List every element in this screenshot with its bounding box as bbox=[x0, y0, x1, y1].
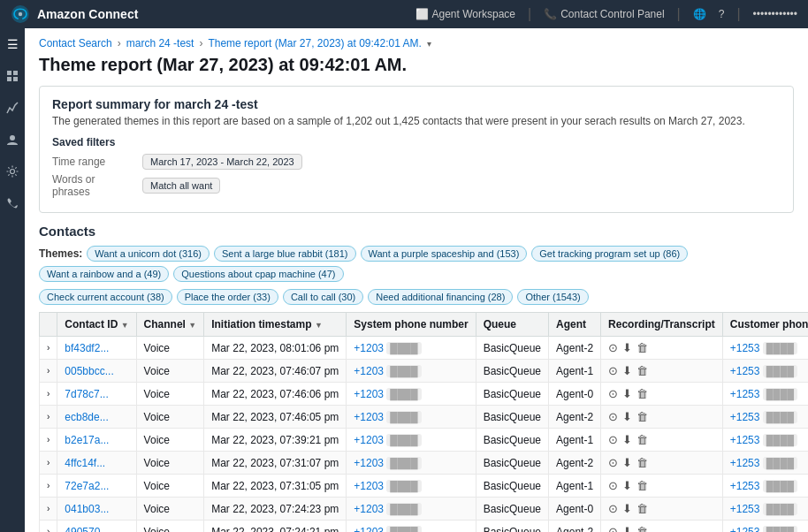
row-contact-id-4[interactable]: b2e17a... bbox=[57, 429, 136, 452]
user-menu[interactable]: •••••••••••• bbox=[753, 8, 797, 20]
theme-tag-2[interactable]: Want a purple spaceship and (153) bbox=[361, 246, 528, 262]
theme-tag-4[interactable]: Want a rainbow and a (49) bbox=[39, 266, 169, 282]
col-channel[interactable]: Channel ▼ bbox=[136, 313, 204, 337]
row-phone-6[interactable]: +1203 ████ bbox=[347, 475, 476, 498]
delete-icon[interactable]: 🗑 bbox=[636, 525, 648, 532]
row-expand-3[interactable]: › bbox=[40, 406, 57, 429]
sidebar-icon-settings[interactable] bbox=[4, 163, 21, 180]
download-icon[interactable]: ⬇ bbox=[622, 410, 632, 423]
col-queue[interactable]: Queue bbox=[476, 313, 548, 337]
row-recording-4[interactable]: ⊙⬇🗑 bbox=[601, 429, 723, 452]
row-recording-2[interactable]: ⊙⬇🗑 bbox=[601, 383, 723, 406]
row-expand-1[interactable]: › bbox=[40, 360, 57, 383]
svg-rect-2 bbox=[7, 71, 11, 75]
row-phone-7[interactable]: +1203 ████ bbox=[347, 498, 476, 521]
breadcrumb-contact-search[interactable]: Contact Search bbox=[39, 37, 112, 49]
play-icon[interactable]: ⊙ bbox=[608, 341, 618, 354]
row-recording-6[interactable]: ⊙⬇🗑 bbox=[601, 475, 723, 498]
row-expand-2[interactable]: › bbox=[40, 383, 57, 406]
download-icon[interactable]: ⬇ bbox=[622, 525, 632, 532]
delete-icon[interactable]: 🗑 bbox=[636, 410, 648, 423]
help-btn[interactable]: ? bbox=[719, 8, 725, 20]
col-contact-id[interactable]: Contact ID ▼ bbox=[57, 313, 136, 337]
row-timestamp-4: Mar 22, 2023, 07:39:21 pm bbox=[204, 429, 347, 452]
theme-tag-5[interactable]: Questions about cpap machine (47) bbox=[173, 266, 343, 282]
theme-tag-10[interactable]: Other (1543) bbox=[517, 289, 588, 305]
row-contact-id-7[interactable]: 041b03... bbox=[57, 498, 136, 521]
row-phone-0[interactable]: +1203 ████ bbox=[347, 337, 476, 360]
col-system-phone[interactable]: System phone number bbox=[347, 313, 476, 337]
row-recording-5[interactable]: ⊙⬇🗑 bbox=[601, 452, 723, 475]
play-icon[interactable]: ⊙ bbox=[608, 364, 618, 377]
row-phone-8[interactable]: +1203 ████ bbox=[347, 521, 476, 533]
row-contact-id-1[interactable]: 005bbcc... bbox=[57, 360, 136, 383]
delete-icon[interactable]: 🗑 bbox=[636, 433, 648, 446]
sidebar-icon-menu[interactable]: ☰ bbox=[4, 35, 21, 53]
play-icon[interactable]: ⊙ bbox=[608, 433, 618, 446]
agent-workspace-btn[interactable]: ⬜ Agent Workspace bbox=[415, 8, 516, 20]
row-queue-7: BasicQueue bbox=[476, 498, 548, 521]
row-phone-3[interactable]: +1203 ████ bbox=[347, 406, 476, 429]
row-recording-0[interactable]: ⊙⬇🗑 bbox=[601, 337, 723, 360]
row-phone-1[interactable]: +1203 ████ bbox=[347, 360, 476, 383]
row-phone-2[interactable]: +1203 ████ bbox=[347, 383, 476, 406]
play-icon[interactable]: ⊙ bbox=[608, 410, 618, 423]
delete-icon[interactable]: 🗑 bbox=[636, 387, 648, 400]
row-recording-1[interactable]: ⊙⬇🗑 bbox=[601, 360, 723, 383]
breadcrumb-current[interactable]: Theme report (Mar 27, 2023) at 09:42:01 … bbox=[208, 37, 421, 49]
row-contact-id-6[interactable]: 72e7a2... bbox=[57, 475, 136, 498]
row-phone-5[interactable]: +1203 ████ bbox=[347, 452, 476, 475]
row-expand-6[interactable]: › bbox=[40, 475, 57, 498]
delete-icon[interactable]: 🗑 bbox=[636, 479, 648, 492]
delete-icon[interactable]: 🗑 bbox=[636, 364, 648, 377]
download-icon[interactable]: ⬇ bbox=[622, 387, 632, 400]
globe-btn[interactable]: 🌐 bbox=[693, 8, 706, 20]
row-channel-8: Voice bbox=[136, 521, 204, 533]
download-icon[interactable]: ⬇ bbox=[622, 364, 632, 377]
row-contact-id-2[interactable]: 7d78c7... bbox=[57, 383, 136, 406]
breadcrumb-march24[interactable]: march 24 -test bbox=[126, 37, 194, 49]
row-contact-id-0[interactable]: bf43df2... bbox=[57, 337, 136, 360]
row-recording-8[interactable]: ⊙⬇🗑 bbox=[601, 521, 723, 533]
download-icon[interactable]: ⬇ bbox=[622, 502, 632, 515]
row-recording-7[interactable]: ⊙⬇🗑 bbox=[601, 498, 723, 521]
row-expand-7[interactable]: › bbox=[40, 498, 57, 521]
row-expand-8[interactable]: › bbox=[40, 521, 57, 533]
row-expand-4[interactable]: › bbox=[40, 429, 57, 452]
col-agent[interactable]: Agent bbox=[549, 313, 601, 337]
delete-icon[interactable]: 🗑 bbox=[636, 456, 648, 469]
row-contact-id-8[interactable]: 490570... bbox=[57, 521, 136, 533]
row-recording-3[interactable]: ⊙⬇🗑 bbox=[601, 406, 723, 429]
row-expand-5[interactable]: › bbox=[40, 452, 57, 475]
row-phone-4[interactable]: +1203 ████ bbox=[347, 429, 476, 452]
download-icon[interactable]: ⬇ bbox=[622, 456, 632, 469]
play-icon[interactable]: ⊙ bbox=[608, 479, 618, 492]
play-icon[interactable]: ⊙ bbox=[608, 387, 618, 400]
row-contact-id-3[interactable]: ecb8de... bbox=[57, 406, 136, 429]
sidebar-icon-phone[interactable] bbox=[4, 194, 21, 212]
row-expand-0[interactable]: › bbox=[40, 337, 57, 360]
download-icon[interactable]: ⬇ bbox=[622, 433, 632, 446]
sidebar-icon-dashboard[interactable] bbox=[4, 67, 21, 85]
theme-tag-9[interactable]: Need additional financing (28) bbox=[368, 289, 513, 305]
theme-tag-1[interactable]: Sent a large blue rabbit (181) bbox=[214, 246, 355, 262]
sidebar-icon-analytics[interactable] bbox=[4, 99, 21, 117]
download-icon[interactable]: ⬇ bbox=[622, 341, 632, 354]
play-icon[interactable]: ⊙ bbox=[608, 456, 618, 469]
play-icon[interactable]: ⊙ bbox=[608, 525, 618, 532]
theme-tag-8[interactable]: Call to call (30) bbox=[283, 289, 363, 305]
theme-tag-7[interactable]: Place the order (33) bbox=[177, 289, 278, 305]
contact-control-panel-btn[interactable]: 📞 Contact Control Panel bbox=[544, 8, 664, 20]
download-icon[interactable]: ⬇ bbox=[622, 479, 632, 492]
col-initiation-ts[interactable]: Initiation timestamp ▼ bbox=[204, 313, 347, 337]
theme-tag-6[interactable]: Check current account (38) bbox=[39, 289, 172, 305]
row-contact-id-5[interactable]: 4ffc14f... bbox=[57, 452, 136, 475]
play-icon[interactable]: ⊙ bbox=[608, 502, 618, 515]
theme-tag-0[interactable]: Want a unicorn dot (316) bbox=[87, 246, 210, 262]
sidebar-icon-users[interactable] bbox=[4, 131, 21, 148]
col-customer-phone[interactable]: Customer phone number bbox=[722, 313, 808, 337]
delete-icon[interactable]: 🗑 bbox=[636, 502, 648, 515]
delete-icon[interactable]: 🗑 bbox=[636, 341, 648, 354]
theme-tag-3[interactable]: Get tracking program set up (86) bbox=[531, 246, 688, 262]
col-recording[interactable]: Recording/Transcript bbox=[601, 313, 723, 337]
